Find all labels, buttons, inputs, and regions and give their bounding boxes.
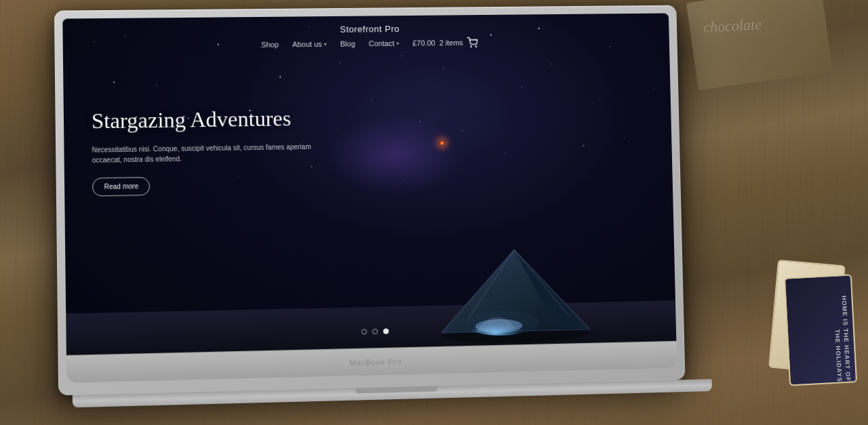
svg-point-10 — [475, 46, 476, 47]
svg-point-9 — [471, 46, 471, 47]
bright-star — [439, 140, 444, 146]
chevron-down-icon: ▾ — [324, 41, 327, 47]
screen-bezel: Storefront Pro Shop About us ▾ Blog — [62, 14, 676, 355]
nav-links-container: Shop About us ▾ Blog Contact ▾ — [261, 37, 478, 50]
cart-info[interactable]: £70.00 2 items — [412, 37, 478, 49]
tent-illustration — [419, 207, 610, 346]
nav-contact[interactable]: Contact ▾ — [369, 39, 399, 47]
pagination-dot-1[interactable] — [361, 329, 367, 334]
navigation: Storefront Pro Shop About us ▾ Blog — [62, 14, 669, 60]
laptop-shell: Storefront Pro Shop About us ▾ Blog — [54, 5, 686, 396]
cart-items-count: 2 items — [439, 39, 463, 47]
read-more-button[interactable]: Read more — [92, 177, 151, 197]
hero-subtitle: Necessitatibus nisi. Conque, suscipit ve… — [92, 142, 312, 166]
laptop: Storefront Pro Shop About us ▾ Blog — [54, 5, 726, 423]
cart-icon — [467, 37, 478, 48]
pagination-dots — [361, 329, 389, 335]
hero-title: Stargazing Adventures — [92, 105, 312, 134]
cart-price: £70.00 — [412, 39, 435, 47]
hero-section: Stargazing Adventures Necessitatibus nis… — [92, 105, 313, 197]
macbook-pro-label: MacBook Pro — [349, 357, 402, 367]
chevron-down-icon: ▾ — [396, 40, 399, 46]
nav-about[interactable]: About us ▾ — [292, 40, 327, 48]
pagination-dot-3[interactable] — [383, 329, 389, 334]
brand-name[interactable]: Storefront Pro — [340, 24, 399, 35]
website-display: Storefront Pro Shop About us ▾ Blog — [62, 14, 676, 355]
nav-blog[interactable]: Blog — [340, 39, 355, 47]
pagination-dot-2[interactable] — [372, 329, 378, 334]
nav-shop[interactable]: Shop — [261, 41, 279, 49]
